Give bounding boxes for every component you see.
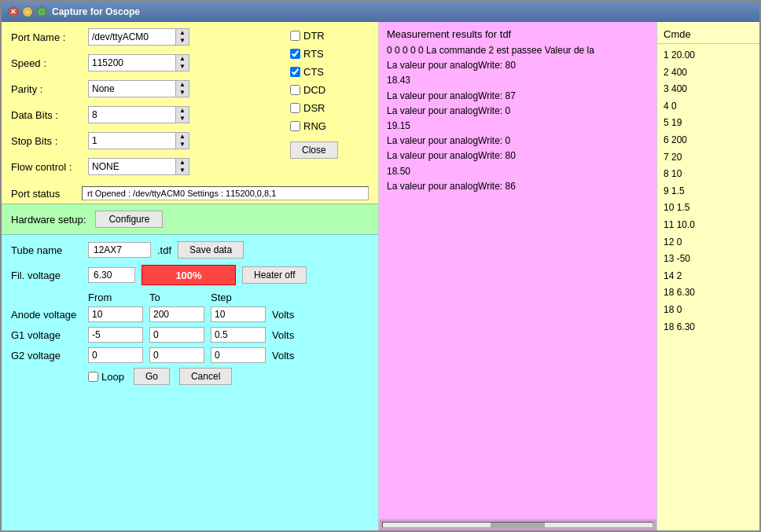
anode-step-input[interactable] xyxy=(211,306,266,322)
measurement-line: La valeur pour analogWrite: 0 xyxy=(387,134,649,149)
heater-off-button[interactable]: Heater off xyxy=(242,266,307,284)
stopbits-up[interactable]: ▲ xyxy=(176,133,189,141)
port-name-up[interactable]: ▲ xyxy=(176,29,189,37)
parity-up[interactable]: ▲ xyxy=(176,81,189,89)
cancel-button[interactable]: Cancel xyxy=(179,368,232,385)
cmde-item: 4 0 xyxy=(664,98,753,116)
anode-to-input[interactable] xyxy=(149,306,204,322)
configure-button[interactable]: Configure xyxy=(95,211,163,228)
dtr-row: DTR xyxy=(290,30,369,42)
port-status-label: Port status xyxy=(11,188,82,200)
g1-step-input[interactable] xyxy=(211,327,266,343)
measurement-line: La valeur pour analogWrite: 0 xyxy=(387,104,649,119)
port-name-row: Port Name : ▲ ▼ xyxy=(11,28,284,46)
loop-checkbox[interactable] xyxy=(88,372,98,382)
rng-checkbox[interactable] xyxy=(290,121,300,131)
dtr-checkbox[interactable] xyxy=(290,31,300,41)
tube-name-label: Tube name xyxy=(11,244,82,256)
stopbits-row: Stop Bits : ▲ ▼ xyxy=(11,132,284,149)
g1-label: G1 voltage xyxy=(11,329,82,341)
cmde-item: 14 2 xyxy=(664,268,753,285)
g2-unit: Volts xyxy=(272,350,294,361)
dsr-checkbox[interactable] xyxy=(290,103,300,113)
g2-step-input[interactable] xyxy=(211,347,266,363)
databits-down[interactable]: ▼ xyxy=(176,115,189,123)
scrollbar-thumb[interactable] xyxy=(491,523,545,527)
cmde-panel: Cmde 1 20.002 4003 4004 05 196 2007 208 … xyxy=(657,22,759,530)
rts-checkbox[interactable] xyxy=(290,49,300,59)
dtr-label: DTR xyxy=(303,30,325,42)
loop-label: Loop xyxy=(88,371,124,383)
speed-row: Speed : ▲ ▼ xyxy=(11,54,284,72)
cmde-item: 12 0 xyxy=(664,234,753,251)
minimize-window-button[interactable]: − xyxy=(22,6,33,17)
close-window-button[interactable]: ✕ xyxy=(8,6,19,17)
port-status-value: rt Opened : /dev/ttyACM0 Settings : 1152… xyxy=(82,186,369,200)
from-header: From xyxy=(88,292,143,303)
dcd-row: DCD xyxy=(290,84,369,96)
main-window: ✕ − □ Capture for Oscope Port Name : xyxy=(0,0,761,532)
databits-label: Data Bits : xyxy=(11,109,82,121)
close-port-button[interactable]: Close xyxy=(290,141,338,159)
flowcontrol-down[interactable]: ▼ xyxy=(176,167,189,174)
rng-row: RNG xyxy=(290,120,369,132)
stopbits-down[interactable]: ▼ xyxy=(176,141,189,149)
measurement-line: 19.15 xyxy=(387,119,649,134)
g1-from-input[interactable] xyxy=(88,327,143,343)
stopbits-spinner[interactable]: ▲ ▼ xyxy=(88,132,189,149)
rts-label: RTS xyxy=(303,48,324,60)
cts-checkbox[interactable] xyxy=(290,67,300,77)
cmde-item: 18 0 xyxy=(664,302,753,319)
g2-voltage-row: G2 voltage Volts xyxy=(11,347,369,363)
speed-up[interactable]: ▲ xyxy=(176,55,189,63)
port-fields: Port Name : ▲ ▼ Speed : xyxy=(11,28,284,180)
cmde-item: 8 10 xyxy=(664,166,753,183)
flowcontrol-spinner[interactable]: ▲ ▼ xyxy=(88,158,189,175)
step-header: Step xyxy=(211,292,266,303)
maximize-window-button[interactable]: □ xyxy=(36,6,47,17)
parity-input[interactable] xyxy=(89,81,175,97)
port-name-down[interactable]: ▼ xyxy=(176,37,189,45)
port-name-spinner[interactable]: ▲ ▼ xyxy=(88,28,189,46)
cmde-item: 2 400 xyxy=(664,64,753,82)
tube-section: Tube name .tdf Save data Fil. voltage 10… xyxy=(2,234,378,530)
voltage-headers: From To Step xyxy=(11,292,369,303)
cmde-item: 7 20 xyxy=(664,149,753,167)
go-button[interactable]: Go xyxy=(134,368,170,385)
port-checkboxes: DTR RTS CTS DCD xyxy=(290,28,369,180)
stopbits-label: Stop Bits : xyxy=(11,135,82,147)
speed-down[interactable]: ▼ xyxy=(176,63,189,71)
stopbits-input[interactable] xyxy=(89,133,175,149)
fil-voltage-row: Fil. voltage 100% Heater off xyxy=(11,265,369,285)
parity-spinner[interactable]: ▲ ▼ xyxy=(88,80,189,97)
measurement-title: Measurement results for tdf xyxy=(379,22,656,43)
parity-down[interactable]: ▼ xyxy=(176,89,189,97)
tube-name-input[interactable] xyxy=(88,242,151,258)
measurement-scrollbar[interactable] xyxy=(379,519,656,530)
flowcontrol-input[interactable] xyxy=(89,159,175,174)
cmde-item: 10 1.5 xyxy=(664,200,753,217)
port-name-input[interactable] xyxy=(89,29,175,45)
fil-voltage-input[interactable] xyxy=(88,267,135,283)
fil-voltage-label: Fil. voltage xyxy=(11,270,82,281)
flowcontrol-up[interactable]: ▲ xyxy=(176,159,189,167)
databits-up[interactable]: ▲ xyxy=(176,107,189,115)
databits-spinner[interactable]: ▲ ▼ xyxy=(88,106,189,123)
speed-input[interactable] xyxy=(89,55,175,71)
cmde-title: Cmde xyxy=(657,22,759,44)
g1-voltage-row: G1 voltage Volts xyxy=(11,327,369,343)
g1-to-input[interactable] xyxy=(149,327,204,343)
rts-row: RTS xyxy=(290,48,369,60)
heater-progress-bar: 100% xyxy=(142,265,236,285)
g2-to-input[interactable] xyxy=(149,347,204,363)
anode-from-input[interactable] xyxy=(88,306,143,322)
databits-input[interactable] xyxy=(89,107,175,123)
cmde-item: 5 19 xyxy=(664,115,753,132)
speed-spinner[interactable]: ▲ ▼ xyxy=(88,54,189,72)
loop-text: Loop xyxy=(101,371,124,383)
dcd-checkbox[interactable] xyxy=(290,85,300,95)
measurement-panel: Measurement results for tdf 0 0 0 0 0 La… xyxy=(379,22,657,530)
save-data-button[interactable]: Save data xyxy=(178,241,244,259)
port-status-row: Port status rt Opened : /dev/ttyACM0 Set… xyxy=(11,186,369,200)
g2-from-input[interactable] xyxy=(88,347,143,363)
